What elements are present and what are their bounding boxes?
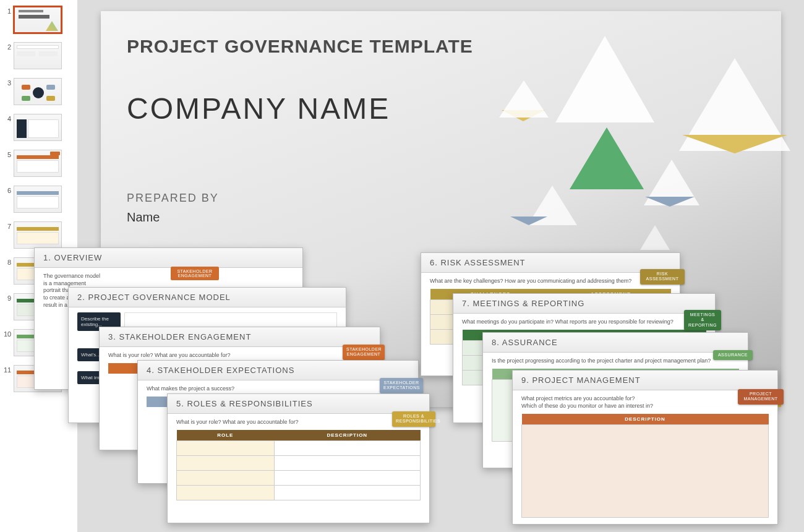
pm-badge: PROJECT MANAGEMENT — [738, 389, 784, 405]
card-subtitle: What meetings do you participate in? Wha… — [462, 319, 706, 325]
thumb-preview[interactable] — [14, 150, 62, 177]
thumbnail-item[interactable]: 6 — [4, 186, 74, 213]
triangle-icon — [510, 217, 547, 225]
prepared-by-label: PREPARED BY — [127, 192, 219, 205]
meetings-badge: MEETINGS & REPORTING — [684, 310, 721, 330]
thumbnail-item[interactable]: 3 — [4, 78, 74, 105]
thumb-number: 8 — [4, 257, 14, 266]
triangle-icon — [640, 225, 670, 250]
card-subtitle: Is the project progressing according to … — [492, 358, 739, 364]
thumb-number: 11 — [4, 365, 14, 374]
company-name: COMPANY NAME — [127, 92, 390, 126]
card-body: What is your role? What are you accounta… — [168, 414, 429, 509]
slide-title: PROJECT GOVERNANCE TEMPLATE — [127, 36, 473, 57]
card-subtitle: What makes the project a success? — [147, 385, 409, 392]
triangle-icon — [645, 197, 695, 207]
pm-card[interactable]: 9. PROJECT MANAGEMENT What project metri… — [512, 370, 778, 525]
card-title: 1. OVERVIEW — [35, 248, 302, 268]
card-title: 7. MEETINGS & REPORTING — [453, 294, 715, 314]
card-subtitle: What are the key challenges? How are you… — [430, 278, 671, 284]
stakeholder-expectations-badge: STAKEHOLDER EXPECTATIONS — [380, 378, 423, 393]
thumb-number: 7 — [4, 221, 14, 230]
thumb-number: 1 — [4, 6, 14, 15]
card-body: What project metrics are you accountable… — [513, 390, 777, 526]
card-title: 9. PROJECT MANAGEMENT — [513, 371, 777, 390]
triangle-icon — [499, 80, 549, 118]
card-title: 5. ROLES & RESPONSIBILITIES — [168, 394, 429, 414]
roles-badge: ROLES & RESPONSIBILITIES — [392, 411, 435, 427]
roles-card[interactable]: 5. ROLES & RESPONSIBILITIES What is your… — [167, 393, 430, 523]
thumb-number: 6 — [4, 186, 14, 194]
triangle-icon — [570, 127, 644, 189]
thumb-number: 10 — [4, 329, 14, 338]
thumb-number: 2 — [4, 42, 14, 51]
thumbnail-item[interactable]: 4 — [4, 114, 74, 141]
thumbnail-item[interactable]: 2 — [4, 42, 74, 69]
col-desc: DESCRIPTION — [522, 414, 769, 425]
pm-table: DESCRIPTION — [521, 414, 769, 518]
thumb-number: 4 — [4, 114, 14, 122]
thumb-preview[interactable] — [14, 78, 62, 105]
triangle-icon — [682, 135, 787, 153]
thumb-preview[interactable] — [14, 6, 62, 33]
card-subtitle: What project metrics are you accountable… — [521, 395, 769, 401]
thumb-preview[interactable] — [14, 186, 62, 213]
thumb-preview[interactable] — [14, 42, 62, 69]
col-desc: DESCRIPTION — [274, 430, 420, 441]
thumbnail-item[interactable]: 5 — [4, 150, 74, 177]
diagram-box-engagement: STAKEHOLDER ENGAGEMENT — [171, 267, 219, 280]
card-title: 3. STAKEHOLDER ENGAGEMENT — [100, 327, 380, 347]
thumb-preview[interactable] — [14, 221, 62, 249]
risk-badge: RISK ASSESSMENT — [640, 269, 685, 285]
card-title: 4. STAKEHOLDER EXPECTATIONS — [138, 361, 418, 380]
col-role: ROLE — [177, 430, 275, 441]
thumb-number: 3 — [4, 78, 14, 87]
card-subtitle: What is your role? What are you accounta… — [108, 352, 371, 358]
thumb-preview[interactable] — [14, 114, 62, 141]
thumb-number: 5 — [4, 150, 14, 158]
card-subtitle: Which of these do you monitor or have an… — [521, 403, 769, 409]
thumbnail-item[interactable]: 7 — [4, 221, 74, 249]
triangle-icon — [555, 36, 654, 122]
author-name: Name — [127, 210, 160, 225]
card-title: 2. PROJECT GOVERNANCE MODEL — [69, 288, 346, 307]
roles-table: ROLEDESCRIPTION — [176, 430, 421, 500]
assurance-badge: ASSURANCE — [713, 350, 753, 360]
card-subtitle: What is your role? What are you accounta… — [176, 419, 421, 425]
stakeholder-engagement-badge: STAKEHOLDER ENGAGEMENT — [343, 345, 385, 360]
thumb-number: 9 — [4, 293, 14, 302]
card-title: 8. ASSURANCE — [483, 333, 748, 353]
thumbnail-item[interactable]: 1 — [4, 6, 74, 33]
